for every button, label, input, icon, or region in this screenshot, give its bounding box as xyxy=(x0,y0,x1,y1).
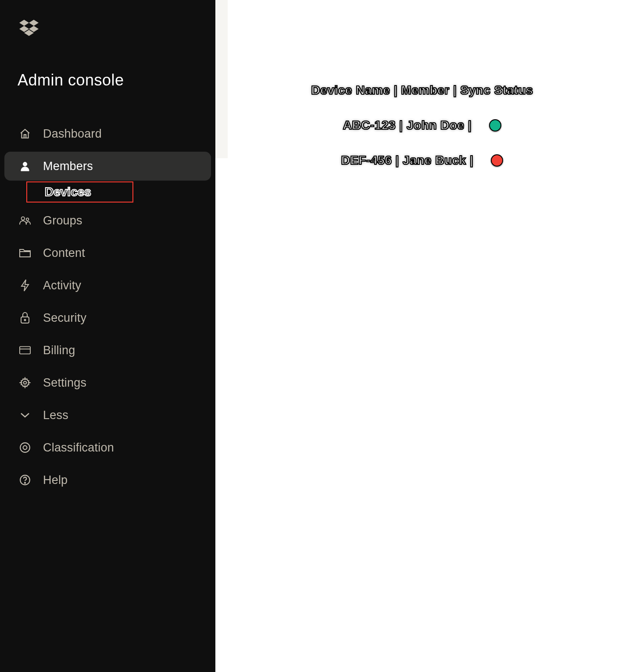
svg-point-15 xyxy=(25,482,25,483)
sidebar-item-settings[interactable]: Settings xyxy=(4,368,211,397)
sidebar-item-dashboard[interactable]: Dashboard xyxy=(4,119,211,148)
gear-icon xyxy=(19,377,31,388)
svg-marker-0 xyxy=(19,20,29,26)
sidebar-item-classification[interactable]: Classification xyxy=(4,433,211,462)
sidebar-item-label: Classification xyxy=(43,441,114,455)
sidebar-item-label: Help xyxy=(43,473,68,487)
sidebar-item-members[interactable]: Members xyxy=(4,152,211,181)
devices-header: Device Name | Member | Sync Status xyxy=(311,83,533,97)
svg-point-9 xyxy=(25,320,26,321)
sidebar-item-label: Content xyxy=(43,246,85,260)
sidebar-item-label: Dashboard xyxy=(43,127,102,141)
sidebar-subitem-devices[interactable]: Devices xyxy=(26,181,133,203)
status-dot-synced-icon xyxy=(489,119,501,132)
svg-marker-1 xyxy=(29,20,39,26)
sidebar-nav: Dashboard Members Devices xyxy=(0,89,215,494)
sidebar-item-label: Activity xyxy=(43,279,81,292)
svg-point-6 xyxy=(21,217,25,220)
help-icon xyxy=(19,474,31,486)
card-icon xyxy=(19,345,31,356)
sidebar-item-security[interactable]: Security xyxy=(4,303,211,332)
svg-rect-10 xyxy=(20,347,30,354)
people-icon xyxy=(19,215,31,226)
lock-icon xyxy=(19,312,31,324)
sidebar-item-label: Members xyxy=(43,160,93,173)
badge-icon xyxy=(19,442,31,453)
svg-point-13 xyxy=(23,446,27,450)
devices-row-text: ABC-123 | John Doe | xyxy=(343,118,472,132)
sidebar-item-label: Settings xyxy=(43,376,86,390)
home-icon xyxy=(19,128,31,139)
app-root: Admin console Dashboard Members xyxy=(0,0,629,672)
sidebar-item-groups[interactable]: Groups xyxy=(4,206,211,235)
devices-row: ABC-123 | John Doe | xyxy=(343,118,501,132)
sidebar-subitem-label: Devices xyxy=(45,185,91,199)
bolt-icon xyxy=(19,280,31,291)
sidebar-item-billing[interactable]: Billing xyxy=(4,336,211,365)
devices-row-text: DEF-456 | Jane Buck | xyxy=(341,153,474,167)
sidebar-item-label: Billing xyxy=(43,344,75,357)
sidebar-item-less[interactable]: Less xyxy=(4,401,211,430)
page-title: Admin console xyxy=(0,38,215,89)
status-dot-error-icon xyxy=(491,154,503,167)
sidebar-item-label: Less xyxy=(43,409,68,422)
svg-point-5 xyxy=(23,162,27,166)
svg-point-12 xyxy=(20,443,30,452)
svg-point-11 xyxy=(24,381,27,384)
content-area: Device Name | Member | Sync Status ABC-1… xyxy=(215,0,629,672)
sidebar-item-label: Groups xyxy=(43,214,82,228)
chevron-down-icon xyxy=(19,409,31,421)
dropbox-logo-icon xyxy=(0,0,215,38)
sidebar-item-activity[interactable]: Activity xyxy=(4,271,211,300)
svg-point-7 xyxy=(26,218,29,220)
devices-row: DEF-456 | Jane Buck | xyxy=(341,153,504,167)
sidebar: Admin console Dashboard Members xyxy=(0,0,215,672)
sidebar-item-content[interactable]: Content xyxy=(4,238,211,267)
sidebar-item-help[interactable]: Help xyxy=(4,466,211,494)
devices-panel: Device Name | Member | Sync Status ABC-1… xyxy=(215,0,629,167)
folder-icon xyxy=(19,247,31,259)
content-left-strip xyxy=(215,0,228,158)
person-icon xyxy=(19,160,31,172)
sidebar-item-label: Security xyxy=(43,311,86,325)
